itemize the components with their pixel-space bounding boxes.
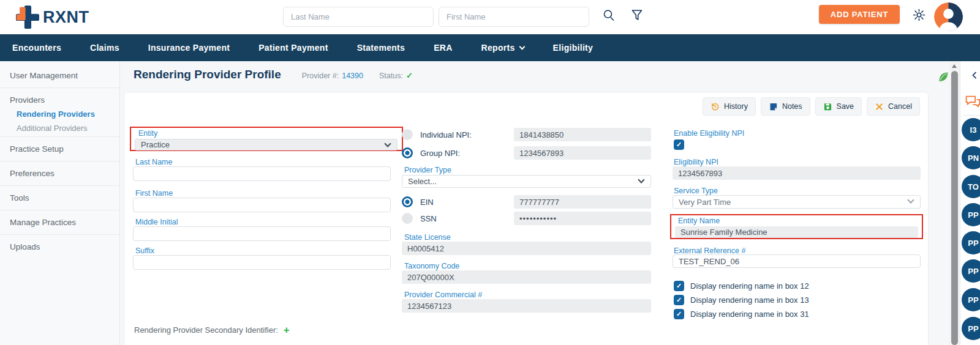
provider-commercial-input[interactable] [402,299,651,313]
group-npi-label: Group NPI: [420,149,460,158]
provider-type-select[interactable]: Select... [402,175,651,188]
search-icon[interactable] [601,8,616,23]
enable-eligibility-npi-checkbox[interactable] [674,139,684,150]
notes-button[interactable]: Notes [761,97,810,116]
individual-npi-input[interactable] [514,128,651,141]
entity-select[interactable]: Practice [135,139,398,150]
provider-number-value[interactable]: 14390 [342,72,363,80]
provider-number-label: Provider #: [302,72,339,80]
nav-statements[interactable]: Statements [357,43,405,53]
sidebar-item-manage-practices[interactable]: Manage Practices [0,212,119,233]
suffix-label: Suffix [135,247,154,255]
save-icon [823,102,832,111]
first-name-search-input[interactable] [439,7,589,27]
chevron-down-icon [638,176,644,183]
scroll-up-arrow[interactable] [952,64,957,68]
main-content: Rendering Provider Profile Provider #: 1… [120,61,949,345]
nav-patient-payment[interactable]: Patient Payment [258,43,328,53]
nav-claims[interactable]: Claims [90,43,119,53]
display-box31-checkbox[interactable] [674,309,684,319]
sidebar-item-tools[interactable]: Tools [0,187,119,209]
practice-badge[interactable]: PP [962,288,980,311]
practice-badge[interactable]: PP [962,259,980,283]
filter-icon[interactable] [630,8,644,23]
save-button[interactable]: Save [815,97,862,116]
eligibility-npi-label: Eligibility NPI [674,158,718,166]
individual-npi-radio[interactable] [402,129,413,140]
nav-reports[interactable]: Reports [481,43,524,53]
page-header: Rendering Provider Profile Provider #: 1… [134,68,413,81]
practice-badge[interactable]: PP [962,317,980,340]
add-patient-button[interactable]: ADD PATIENT [819,5,900,24]
taxonomy-code-input[interactable] [402,270,651,284]
provider-type-label: Provider Type [404,166,451,174]
sidebar-item-practice-setup[interactable]: Practice Setup [0,138,119,160]
gear-icon[interactable] [912,8,926,22]
first-name-input[interactable] [133,198,391,212]
card-toolbar: History Notes Save [703,97,920,116]
logo-text: RXNT [43,8,89,27]
last-name-input[interactable] [133,166,391,181]
practice-badge[interactable]: PP [962,203,980,226]
sidebar-divider [0,234,119,235]
practice-badge[interactable]: PN [962,146,980,169]
state-license-label: State License [404,233,451,242]
last-name-search-input[interactable] [283,7,434,27]
status-check-icon: ✓ [406,71,413,80]
service-type-label: Service Type [674,187,718,195]
ein-input[interactable] [514,195,651,209]
group-npi-radio[interactable] [402,147,413,158]
service-type-select[interactable]: Very Part Time [673,195,921,209]
add-secondary-identifier-icon[interactable]: + [284,325,290,335]
leaf-icon[interactable] [937,71,949,83]
practice-badge[interactable]: PP [962,231,980,254]
app-window: RXNT ADD PATIENT Encounters Claims Insur… [0,0,980,345]
sidebar-item-uploads[interactable]: Uploads [0,236,119,258]
notes-icon [769,102,778,111]
chat-icon[interactable] [965,94,980,110]
chevron-down-icon [907,196,914,203]
entity-name-input[interactable] [675,226,918,238]
suffix-input[interactable] [133,255,391,270]
practice-badge[interactable]: TO [962,175,980,198]
display-box31-row: Display rendering name in box 31 [674,308,809,319]
sidebar-item-providers[interactable]: Providers [0,89,119,107]
nav-eligibility[interactable]: Eligibility [553,43,594,53]
middle-initial-input[interactable] [133,226,391,241]
sidebar-item-preferences[interactable]: Preferences [0,163,119,184]
sidebar-divider [0,161,119,161]
provider-commercial-label: Provider Commercial # [404,291,482,299]
scrollbar-thumb[interactable] [951,71,958,345]
practice-badge[interactable]: I3 [962,118,980,141]
middle-initial-label: Middle Initial [135,218,178,226]
group-npi-input[interactable] [514,146,651,160]
ssn-radio[interactable] [402,213,413,224]
main-navbar: Encounters Claims Insurance Payment Pati… [0,34,980,61]
sidebar-item-additional-providers[interactable]: Additional Providers [0,121,119,135]
rxnt-logo[interactable]: RXNT [16,5,89,29]
vertical-scrollbar[interactable] [949,61,960,345]
nav-encounters[interactable]: Encounters [12,43,61,53]
entity-label: Entity [138,129,157,138]
history-button[interactable]: History [703,97,756,116]
entity-name-highlight-box: Entity Name [670,214,923,239]
right-rail: I3 PN TO PP PP PP PP PP [960,61,980,345]
nav-insurance-payment[interactable]: Insurance Payment [148,43,230,53]
state-license-input[interactable] [402,242,651,255]
cancel-button[interactable]: Cancel [867,97,920,116]
sidebar-item-rendering-providers[interactable]: Rendering Providers [0,107,119,121]
display-box13-checkbox[interactable] [674,295,684,305]
eligibility-npi-input[interactable] [673,166,921,180]
user-avatar[interactable] [934,2,963,31]
sidebar-divider [0,87,119,88]
sidebar-item-user-management[interactable]: User Management [0,65,119,86]
top-header: RXNT ADD PATIENT [0,0,980,34]
nav-era[interactable]: ERA [434,43,452,53]
ein-radio[interactable] [402,196,413,207]
collapse-chevron-left-icon[interactable] [970,71,979,80]
external-reference-input[interactable] [673,254,921,268]
display-box12-checkbox[interactable] [674,281,684,291]
ssn-input[interactable] [514,212,651,225]
chevron-down-icon [519,43,525,50]
display-box13-row: Display rendering name in box 13 [674,294,809,305]
